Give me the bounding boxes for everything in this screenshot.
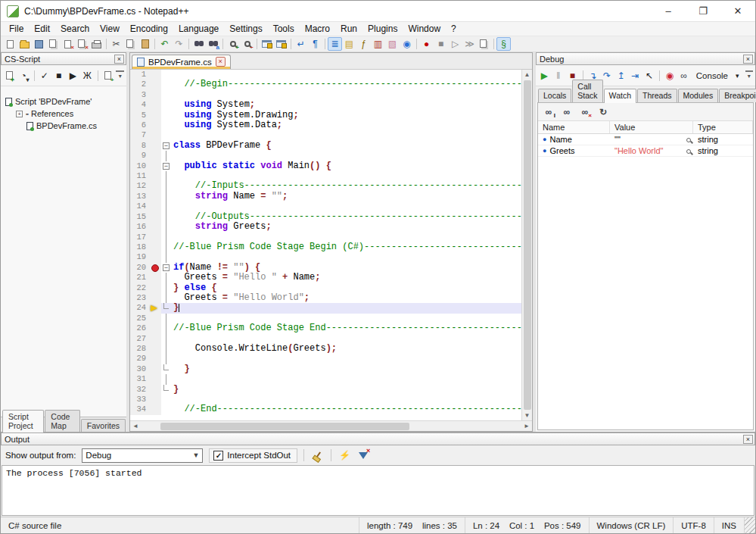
line-number[interactable]: 6 — [130, 120, 150, 130]
fold-margin[interactable] — [161, 395, 171, 404]
fold-margin[interactable] — [161, 192, 171, 201]
breakpoint-margin[interactable] — [150, 212, 161, 222]
tab-locals[interactable]: Locals — [538, 89, 571, 102]
function-list-icon[interactable]: ƒ — [356, 37, 371, 51]
scroll-right-icon[interactable]: ► — [521, 421, 532, 431]
breakpoint-margin[interactable] — [150, 293, 161, 303]
menu-view[interactable]: View — [95, 23, 125, 35]
fold-margin[interactable] — [161, 181, 171, 191]
fold-margin[interactable] — [161, 283, 171, 293]
breakpoint-margin[interactable] — [150, 201, 161, 211]
new-file-icon[interactable] — [3, 37, 17, 51]
line-number[interactable]: 32 — [130, 385, 150, 395]
fold-margin[interactable] — [161, 374, 171, 384]
line-number[interactable]: 33 — [130, 395, 150, 404]
sync-horizontal-scroll-icon[interactable] — [274, 37, 288, 51]
script-history-icon[interactable]: ◔▾ — [17, 68, 30, 83]
toggle-breakpoint-icon[interactable]: ◉ — [664, 68, 677, 83]
menu-search[interactable]: Search — [55, 23, 95, 35]
run-output-icon[interactable]: ⚡ — [338, 448, 352, 462]
project-panel-icon[interactable]: ▧ — [385, 37, 400, 51]
macro-run-multiple-icon[interactable]: ≫ — [462, 37, 477, 51]
add-watch-icon[interactable]: ∞I — [541, 105, 556, 119]
line-number[interactable]: 24 — [130, 303, 150, 313]
breakpoint-margin[interactable] — [150, 120, 161, 130]
breakpoint-margin[interactable] — [150, 354, 161, 364]
line-number[interactable]: 28 — [130, 344, 150, 354]
breakpoint-margin[interactable] — [150, 323, 161, 333]
code-area[interactable]: 12 //-Begin-----------------------------… — [130, 70, 521, 420]
doc-switcher-icon[interactable]: ▥ — [371, 37, 385, 51]
menu-macro[interactable]: Macro — [300, 23, 335, 35]
fold-margin[interactable] — [161, 120, 171, 130]
undo-icon[interactable]: ↶ — [157, 37, 172, 51]
menu-run[interactable]: Run — [335, 23, 362, 35]
breakpoint-margin[interactable] — [150, 161, 161, 171]
word-wrap-icon[interactable]: ↵ — [294, 37, 308, 51]
sync-vertical-scroll-icon[interactable] — [260, 37, 274, 51]
scroll-down-icon[interactable]: ▼ — [522, 411, 532, 420]
fold-margin[interactable] — [161, 364, 171, 374]
fold-margin[interactable] — [161, 334, 171, 344]
step-into-icon[interactable]: ↴ — [586, 68, 599, 83]
watch-row-greets[interactable]: ●Greets"Hello World"string — [538, 145, 753, 157]
line-number[interactable]: 3 — [130, 90, 150, 100]
open-file-icon[interactable] — [17, 37, 32, 51]
find-icon[interactable] — [191, 37, 206, 51]
close-all-icon[interactable]: × — [75, 37, 89, 51]
maximize-button[interactable]: ❐ — [686, 1, 720, 21]
line-number[interactable]: 27 — [130, 334, 150, 344]
tab-code-map[interactable]: Code Map — [45, 410, 80, 432]
toolbar-overflow-icon[interactable]: ▾ — [745, 70, 753, 81]
watch-name-cell[interactable]: ●Name — [538, 134, 610, 145]
menu-file[interactable]: File — [4, 23, 29, 35]
indent-guide-icon[interactable]: ≣ — [328, 37, 342, 51]
line-number[interactable]: 26 — [130, 323, 150, 333]
line-number[interactable]: 34 — [130, 404, 150, 414]
zoom-out-icon[interactable]: − — [240, 37, 254, 51]
remove-watch-icon[interactable]: ∞× — [577, 105, 593, 119]
breakpoint-margin[interactable] — [150, 181, 161, 191]
editor-vertical-scrollbar[interactable]: ▲ ▼ — [521, 70, 532, 420]
tree-expander-icon[interactable]: + — [16, 111, 23, 117]
breakpoint-margin[interactable] — [150, 314, 161, 323]
tab-call-stack[interactable]: Call Stack — [572, 80, 602, 102]
breakpoint-icon[interactable] — [151, 264, 159, 272]
line-number[interactable]: 21 — [130, 273, 150, 283]
save-all-icon[interactable] — [46, 37, 61, 51]
line-number[interactable]: 10 — [130, 161, 150, 171]
menu-window[interactable]: Window — [403, 23, 446, 35]
step-out-icon[interactable]: ↥ — [614, 68, 627, 83]
copy-icon[interactable] — [123, 37, 138, 51]
fold-margin[interactable] — [161, 252, 171, 262]
breakpoint-margin[interactable] — [150, 141, 161, 151]
fold-margin[interactable] — [161, 100, 171, 110]
breakpoint-margin[interactable] — [150, 151, 161, 161]
resize-grip[interactable] — [745, 517, 755, 533]
tab-favorites[interactable]: Favorites — [81, 419, 126, 432]
fold-margin[interactable] — [161, 130, 171, 140]
line-number[interactable]: 18 — [130, 242, 150, 252]
fold-margin[interactable] — [161, 151, 171, 161]
watch-name-cell[interactable]: ●Greets — [538, 145, 610, 156]
tab-close-icon[interactable]: × — [216, 57, 226, 67]
watch-col-value[interactable]: Value — [610, 121, 693, 133]
zoom-in-icon[interactable]: + — [226, 37, 240, 51]
toolbar-overflow-icon[interactable]: ▾ — [116, 70, 124, 81]
csscript-toolbar-icon[interactable]: § — [496, 37, 511, 51]
close-icon[interactable]: × — [61, 37, 75, 51]
menu-plugins[interactable]: Plugins — [362, 23, 403, 35]
breakpoint-margin[interactable] — [150, 70, 161, 80]
fold-margin[interactable]: − — [161, 161, 171, 171]
breakpoint-margin[interactable] — [150, 233, 161, 242]
watch-value-cell[interactable]: "" — [610, 134, 693, 145]
macro-save-icon[interactable] — [477, 37, 491, 51]
intercept-stdout-checkbox[interactable]: ✓ — [213, 451, 223, 461]
quick-watch-icon[interactable]: ∞ — [677, 68, 690, 83]
breakpoint-margin[interactable] — [150, 273, 161, 283]
magnifier-icon[interactable] — [686, 146, 691, 155]
macro-record-icon[interactable]: ● — [419, 37, 434, 51]
watch-col-type[interactable]: Type — [693, 121, 753, 133]
line-number[interactable]: 23 — [130, 293, 150, 303]
fold-margin[interactable] — [161, 314, 171, 323]
